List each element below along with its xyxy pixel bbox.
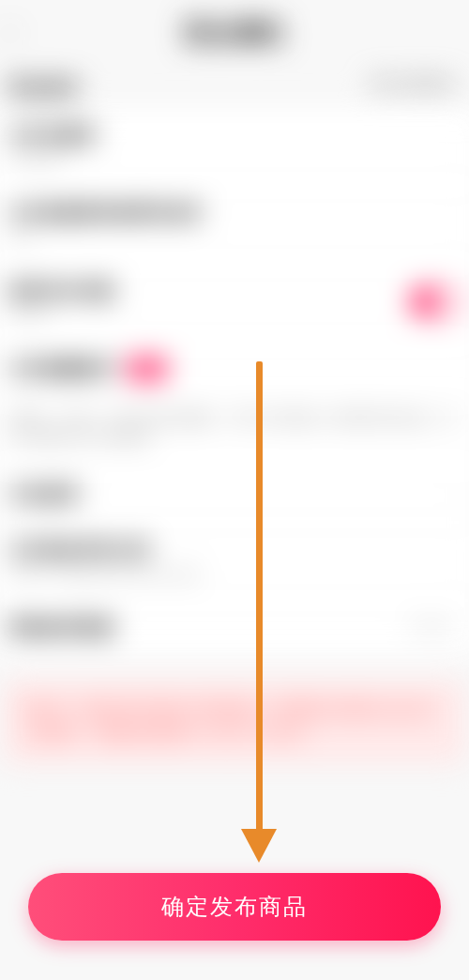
- section-left: 商品规则: [8, 76, 80, 100]
- row-label: 提前定价优惠: [8, 279, 114, 302]
- publish-button[interactable]: 确定发布商品: [28, 873, 441, 941]
- setting-row[interactable]: 提前定价优惠 已开启: [0, 264, 469, 342]
- row-sub: 允许: [8, 229, 204, 247]
- row-sub: 已开启，商品会显示在对应分类页: [8, 566, 201, 584]
- warning-notice: 请注意：商品发布后将进入审核流程。审核通过后商品才会正式上架展示，审核时间通常为…: [4, 681, 464, 763]
- row-label: 允许隐藏购买: [8, 357, 114, 380]
- row-label: 限制购买数量: [8, 616, 114, 639]
- row-label: 开启推荐: [8, 482, 80, 506]
- toggle-switch[interactable]: [410, 287, 461, 317]
- setting-row[interactable]: 允许被搜索和推荐到首页 允许 ›: [0, 186, 469, 264]
- row-value: 不限制 ›: [404, 618, 461, 638]
- setting-row[interactable]: 限制购买数量 不限制 ›: [0, 601, 469, 657]
- page-title: 更改属性: [183, 15, 285, 50]
- chevron-right-icon: ›: [456, 485, 461, 503]
- row-label: 允许优惠券: [8, 123, 97, 146]
- row-label: 允许被搜索和推荐到首页: [8, 201, 204, 224]
- row-sub: 已开启: [8, 307, 114, 325]
- publish-button-wrap: 确定发布商品: [28, 873, 441, 941]
- setting-row[interactable]: 开启推荐 ›: [0, 467, 469, 523]
- page-header: ‹ 更改属性: [0, 3, 469, 62]
- setting-row[interactable]: 允许优惠券 允许使用 ›: [0, 108, 469, 186]
- chevron-right-icon: ›: [456, 137, 461, 155]
- section-right[interactable]: 展开全部规则 ›: [370, 76, 461, 100]
- chevron-right-icon: ›: [456, 552, 461, 570]
- back-button[interactable]: ‹: [6, 19, 13, 46]
- row-label: 允许被收录到分类: [8, 538, 201, 561]
- new-badge: 新: [127, 357, 168, 380]
- chevron-right-icon: ›: [456, 215, 461, 233]
- section-header: 商品规则 展开全部规则 ›: [0, 62, 469, 107]
- setting-row[interactable]: 允许隐藏购买 新: [0, 341, 469, 396]
- description-text: 提醒您：开启后，商品价格会被隐藏，只有关注店铺的人才能看到价格信息，其他人需要先…: [0, 396, 469, 467]
- setting-row[interactable]: 允许被收录到分类 已开启，商品会显示在对应分类页 ›: [0, 523, 469, 601]
- row-sub: 允许使用: [8, 151, 97, 169]
